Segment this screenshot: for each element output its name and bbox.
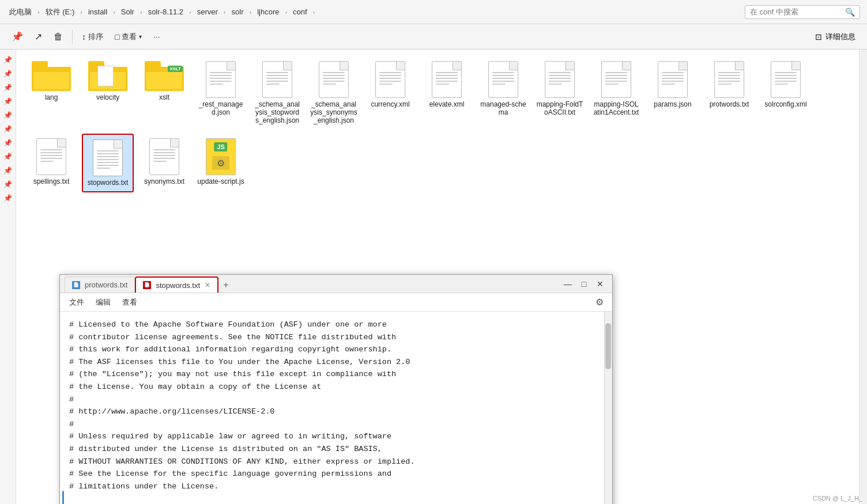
content-line-13: # See the License for the specific langu… bbox=[69, 468, 603, 480]
pin-button[interactable]: 📌 bbox=[7, 29, 28, 44]
menu-file[interactable]: 文件 bbox=[65, 295, 89, 310]
search-input[interactable] bbox=[750, 7, 842, 16]
pin-nav-11[interactable]: 📌 bbox=[2, 192, 14, 204]
scrollbar-thumb[interactable] bbox=[605, 323, 611, 369]
share-button[interactable]: ↗ bbox=[30, 29, 47, 44]
file-label-solrconfig: solrconfig.xml bbox=[764, 100, 806, 108]
maximize-button[interactable]: □ bbox=[576, 276, 591, 291]
content-line-14: # limitations under the License. bbox=[69, 480, 603, 493]
search-box[interactable]: 🔍 bbox=[745, 5, 860, 19]
path-solr2[interactable]: solr bbox=[229, 6, 246, 17]
pin-nav-9[interactable]: 📌 bbox=[2, 165, 14, 176]
file-item-velocity[interactable]: velocity bbox=[82, 56, 134, 129]
path-install[interactable]: install bbox=[86, 6, 110, 17]
pin-nav-2[interactable]: 📌 bbox=[2, 68, 14, 79]
file-item-updatescript[interactable]: JS ⚙ update-script.js bbox=[195, 134, 247, 192]
notepad-content[interactable]: # Licensed to the Apache Software Founda… bbox=[60, 312, 612, 504]
content-line-7: # bbox=[69, 393, 603, 406]
pin-nav-5[interactable]: 📌 bbox=[2, 109, 14, 121]
right-scrollbar[interactable] bbox=[859, 50, 867, 504]
file-label-currency: currency.xml bbox=[371, 100, 409, 108]
file-icon-stopwords bbox=[93, 139, 123, 176]
scrollbar-right[interactable] bbox=[604, 312, 612, 504]
minimize-button[interactable]: — bbox=[560, 276, 575, 291]
sort-label: 排序 bbox=[88, 32, 103, 42]
more-button[interactable]: ··· bbox=[149, 30, 164, 43]
xslt-badge: XSLT bbox=[168, 66, 183, 72]
path-version[interactable]: solr-8.11.2 bbox=[146, 6, 186, 17]
file-item-stopwords[interactable]: stopwords.txt bbox=[82, 134, 134, 192]
trash-icon: 🗑 bbox=[54, 32, 63, 42]
sort-button[interactable]: ↕ 排序 bbox=[77, 29, 108, 44]
file-item-mapping-iso[interactable]: mapping-ISOLatin1Accent.txt bbox=[590, 56, 642, 129]
sort-icon: ↕ bbox=[82, 32, 86, 41]
menu-view[interactable]: 查看 bbox=[118, 295, 142, 310]
file-icon-currency bbox=[375, 61, 405, 98]
window-titlebar: 📄 protwords.txt 📄 stopwords.txt ✕ + — bbox=[60, 275, 612, 293]
file-item-lang[interactable]: lang bbox=[25, 56, 77, 129]
content-area: lang velocity XSLT bbox=[16, 50, 859, 504]
file-icon-updatescript: JS ⚙ bbox=[206, 138, 236, 175]
file-icon-rest bbox=[206, 61, 236, 98]
window-menubar: 文件 编辑 查看 ⚙ bbox=[60, 293, 612, 312]
file-item-xslt[interactable]: XSLT xslt bbox=[138, 56, 190, 129]
file-item-rest[interactable]: _rest_managed.json bbox=[195, 56, 247, 129]
pin-nav-8[interactable]: 📌 bbox=[2, 151, 14, 162]
tab-icon-protwords: 📄 bbox=[72, 281, 80, 289]
file-icon-managed bbox=[488, 61, 518, 98]
file-item-elevate[interactable]: elevate.xml bbox=[421, 56, 473, 129]
detail-button[interactable]: ⊡ 详细信息 bbox=[811, 29, 860, 44]
path-conf[interactable]: conf bbox=[291, 6, 310, 17]
file-label-updatescript: update-script.js bbox=[197, 177, 244, 185]
file-item-protwords[interactable]: protwords.txt bbox=[703, 56, 755, 129]
view-label: 查看 bbox=[122, 32, 137, 42]
file-label-lang: lang bbox=[45, 93, 58, 101]
content-line-11: # distributed under the License is distr… bbox=[69, 443, 603, 456]
menu-edit[interactable]: 编辑 bbox=[91, 295, 115, 310]
pin-nav-10[interactable]: 📌 bbox=[2, 179, 14, 190]
file-icon-schema-syn bbox=[319, 61, 349, 98]
file-icon-schema-stop bbox=[262, 61, 292, 98]
pin-nav-7[interactable]: 📌 bbox=[2, 137, 14, 149]
file-icon-params bbox=[658, 61, 688, 98]
file-item-mapping-fold[interactable]: mapping-FoldToASCII.txt bbox=[534, 56, 586, 129]
file-item-schema-syn[interactable]: _schema_analysis_synonyms_english.json bbox=[308, 56, 360, 129]
tab-label-protwords: protwords.txt bbox=[85, 281, 127, 289]
file-label-mapping-fold: mapping-FoldToASCII.txt bbox=[536, 100, 583, 116]
file-item-spellings[interactable]: spellings.txt bbox=[25, 134, 77, 192]
file-item-currency[interactable]: currency.xml bbox=[364, 56, 416, 129]
tab-protwords[interactable]: 📄 protwords.txt bbox=[65, 276, 135, 293]
share-icon: ↗ bbox=[35, 31, 42, 42]
file-item-synonyms[interactable]: synonyms.txt bbox=[138, 134, 190, 192]
tab-stopwords[interactable]: 📄 stopwords.txt ✕ bbox=[135, 276, 218, 293]
delete-button[interactable]: 🗑 bbox=[49, 29, 67, 44]
file-label-schema-syn: _schema_analysis_synonyms_english.json bbox=[310, 100, 357, 124]
content-line-4: # The ASF licenses this file to You unde… bbox=[69, 356, 603, 369]
view-button[interactable]: □ 查看 ▾ bbox=[110, 29, 146, 44]
path-thispc[interactable]: 此电脑 bbox=[7, 6, 34, 18]
path-server[interactable]: server bbox=[195, 6, 220, 17]
pin-nav-4[interactable]: 📌 bbox=[2, 96, 14, 107]
file-label-rest: _rest_managed.json bbox=[197, 100, 244, 116]
file-icon-synonyms bbox=[149, 138, 179, 175]
main-area: 📌 📌 📌 📌 📌 📌 📌 📌 📌 📌 📌 lang bbox=[0, 50, 867, 504]
content-line-5: # (the "License"); you may not use this … bbox=[69, 368, 603, 381]
pin-nav-3[interactable]: 📌 bbox=[2, 82, 14, 93]
tab-add-button[interactable]: + bbox=[218, 278, 233, 293]
file-item-params[interactable]: params.json bbox=[647, 56, 699, 129]
pin-nav-6[interactable]: 📌 bbox=[2, 123, 14, 135]
path-core[interactable]: ljhcore bbox=[255, 6, 281, 17]
close-button[interactable]: ✕ bbox=[593, 276, 608, 291]
settings-button[interactable]: ⚙ bbox=[591, 294, 608, 310]
file-icon-elevate bbox=[432, 61, 462, 98]
file-icon-spellings bbox=[36, 138, 66, 175]
file-item-managed[interactable]: managed-schema bbox=[477, 56, 529, 129]
watermark: CSDN @ L_J_H_ bbox=[813, 495, 862, 502]
path-drive[interactable]: 软件 (E:) bbox=[43, 6, 77, 18]
pin-nav-1[interactable]: 📌 bbox=[2, 54, 14, 66]
path-solr[interactable]: Solr bbox=[119, 6, 137, 17]
tab-close-stopwords[interactable]: ✕ bbox=[205, 281, 210, 289]
file-item-schema-stop[interactable]: _schema_analysis_stopwords_english.json bbox=[251, 56, 303, 129]
window-controls: — □ ✕ bbox=[560, 276, 608, 291]
file-item-solrconfig[interactable]: solrconfig.xml bbox=[760, 56, 812, 129]
